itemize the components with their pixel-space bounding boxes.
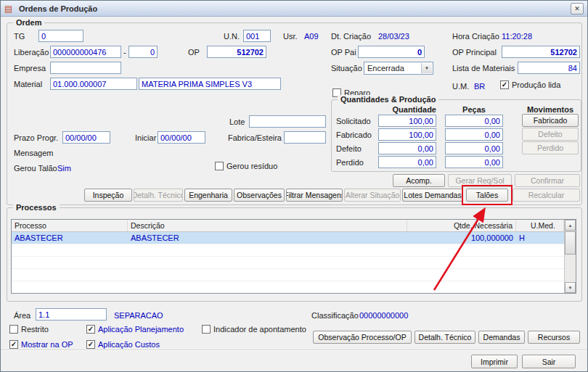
chevron-down-icon[interactable]: ▼ [421, 63, 432, 73]
table-row[interactable]: ABASTECER ABASTECER 100,000000 H [12, 232, 576, 244]
recalcular-button: Recalcular [513, 189, 580, 202]
imprimir-button[interactable]: Imprimir [471, 355, 518, 368]
usr-value: A09 [304, 32, 319, 41]
fabricado-quantidade-field[interactable]: 100,00 [378, 128, 436, 141]
defeito-button: Defeito [522, 128, 579, 141]
column-header-processo[interactable]: Processo [12, 220, 128, 231]
dt-criacao-label: Dt. Criação [331, 32, 371, 41]
column-header-qtde-necessaria[interactable]: Qtde. Necessária [407, 220, 516, 231]
taloes-button[interactable]: Talões [466, 189, 508, 202]
checkbox-box [202, 325, 211, 334]
liberacao-seq-field[interactable]: 0 [128, 46, 158, 58]
alterar-situacao-button: Alterar Situação [344, 189, 401, 202]
table-row-empty [12, 257, 576, 269]
fabrica-esteira-field[interactable] [284, 131, 326, 144]
filtrar-mensagens-button[interactable]: Filtrar Mensagens [286, 189, 343, 202]
defeito-quantidade-field[interactable]: 0,00 [378, 142, 436, 154]
observacoes-button[interactable]: Observações [234, 189, 285, 202]
gerou-residuo-label: Gerou resíduo [226, 162, 277, 170]
quantidades-group-legend: Quantidades & Produção [338, 95, 438, 104]
op-principal-field[interactable]: 512702 [502, 46, 580, 58]
um-value: BR [474, 82, 485, 91]
check-icon: ✓ [500, 80, 509, 89]
footer-divider [1, 350, 588, 351]
scroll-thumb[interactable] [565, 231, 576, 255]
un-field[interactable]: 001 [243, 30, 271, 42]
solicitado-label: Solicitado [336, 117, 371, 125]
observacao-processo-op-button[interactable]: Observação Processo/OP [313, 331, 412, 344]
checkbox-box [9, 325, 18, 334]
situacao-label: Situação [331, 64, 362, 73]
aplicacao-planejamento-checkbox[interactable]: ✓ Aplicação Planejamento [86, 325, 184, 334]
solicitado-quantidade-field[interactable]: 100,00 [378, 115, 436, 127]
op-principal-label: OP Principal [452, 48, 497, 57]
defeito-label: Defeito [336, 144, 362, 153]
gerou-residuo-checkbox[interactable]: Gerou resíduo [215, 162, 277, 170]
cell-umed: H [516, 232, 564, 244]
fabricado-button[interactable]: Fabricado [522, 114, 579, 127]
table-scrollbar[interactable]: ▲ ▼ [564, 220, 576, 293]
defeito-pecas-field[interactable]: 0,00 [445, 142, 503, 154]
fabrica-esteira-label: Fabrica/Esteira [228, 133, 282, 142]
indicador-apontamento-checkbox[interactable]: Indicador de apontamento [202, 325, 306, 334]
confirmar-button: Confirmar [515, 174, 580, 187]
op-pai-label: OP Pai [331, 48, 356, 57]
processos-group-legend: Processos [13, 203, 60, 212]
ordem-group-legend: Ordem [13, 18, 44, 27]
prazo-progr-label: Prazo Progr. [14, 133, 58, 142]
tg-field[interactable]: 0 [38, 30, 83, 42]
restrito-label: Restrito [21, 325, 49, 334]
column-header-umed[interactable]: U.Med. [516, 220, 564, 231]
close-button[interactable]: ✕ [571, 3, 584, 15]
scroll-up-icon[interactable]: ▲ [565, 220, 576, 231]
op-pai-field[interactable]: 0 [358, 46, 425, 58]
material-descricao-field[interactable]: MATERIA PRIMA SIMPLES V3 [139, 78, 281, 90]
table-row-empty [12, 244, 576, 257]
mostrar-na-op-checkbox[interactable]: ✓ Mostrar na OP [9, 340, 73, 349]
lista-materiais-field[interactable]: 84 [518, 62, 580, 74]
detalh-tecnico-button: Detalh. Técnico [134, 189, 183, 202]
producao-lida-checkbox[interactable]: ✓ Produção lida [500, 80, 560, 89]
liberacao-separator: - [123, 48, 126, 57]
lotes-demandas-button[interactable]: Lotes Demandas [402, 189, 463, 202]
material-code-field[interactable]: 01.000.000007 [50, 78, 137, 90]
gerar-req-sol-button: Gerar Req/Sol [448, 174, 512, 187]
scroll-down-icon[interactable]: ▼ [565, 282, 576, 293]
hora-criacao-value: 11:20:28 [502, 32, 532, 41]
lote-field[interactable] [249, 115, 326, 128]
restrito-checkbox[interactable]: Restrito [9, 325, 49, 334]
perdido-button: Perdido [522, 141, 579, 154]
situacao-select[interactable]: Encerrada ▼ [364, 62, 433, 75]
ordens-producao-window: ▤ Ordens de Produção ✕ Ordem TG 0 U.N. 0… [0, 0, 588, 372]
empresa-label: Empresa [14, 64, 46, 73]
empresa-field[interactable] [50, 62, 121, 74]
titlebar[interactable]: ▤ Ordens de Produção ✕ [1, 1, 587, 17]
liberacao-label: Liberação [14, 48, 49, 57]
op-label: OP [188, 48, 200, 57]
producao-lida-label: Produção lida [512, 80, 560, 89]
um-label: U.M. [452, 82, 469, 91]
lista-materiais-label: Lista de Materiais [452, 64, 515, 73]
solicitado-pecas-field[interactable]: 0,00 [445, 115, 503, 127]
demandas-button[interactable]: Demandas [478, 331, 525, 344]
engenharia-button[interactable]: Engenharia [184, 189, 232, 202]
column-header-descricao[interactable]: Descrição [128, 220, 407, 231]
tg-label: TG [14, 32, 25, 41]
checkbox-box [215, 162, 224, 170]
prazo-progr-field[interactable]: 00/00/00 [62, 131, 110, 144]
sair-button[interactable]: Sair [522, 355, 576, 368]
aplicacao-custos-checkbox[interactable]: ✓ Aplicação Custos [86, 340, 160, 349]
recursos-button[interactable]: Recursos [528, 331, 580, 344]
perdido-quantidade-field[interactable]: 0,00 [378, 156, 436, 168]
area-field[interactable]: 1.1 [36, 308, 107, 321]
detalh-tecnico-processo-button[interactable]: Detalh. Técnico [415, 331, 475, 344]
op-field[interactable]: 512702 [207, 46, 266, 58]
fabricado-pecas-field[interactable]: 0,00 [445, 128, 503, 141]
iniciar-field[interactable]: 00/00/00 [158, 131, 205, 144]
inspecao-button[interactable]: Inspeção [84, 189, 132, 202]
acomp-button[interactable]: Acomp. [393, 174, 445, 187]
liberacao-field[interactable]: 000000000476 [50, 46, 121, 58]
gerou-talao-value: Sim [57, 164, 71, 173]
perdido-pecas-field[interactable]: 0,00 [445, 156, 503, 168]
fabricado-label: Fabricado [336, 131, 372, 139]
